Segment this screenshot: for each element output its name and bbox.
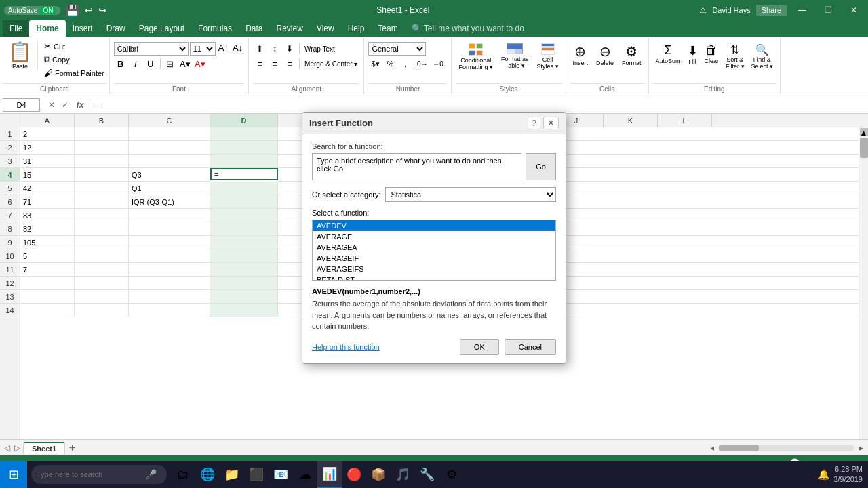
scroll-left-button[interactable]: ◂ [708,443,716,453]
cell-A13[interactable] [20,290,75,304]
cancel-button[interactable]: Cancel [505,339,556,355]
format-painter-button[interactable]: 🖌 Format Painter [42,67,106,79]
cell-A12[interactable] [20,277,75,290]
cell-A8[interactable]: 82 [20,222,75,236]
cell-B6[interactable] [75,195,129,209]
row-num-6[interactable]: 6 [0,195,20,209]
share-button[interactable]: Share [756,5,787,16]
cell-C2[interactable] [129,141,210,155]
scroll-right-button[interactable]: ▸ [857,443,865,453]
tab-view[interactable]: View [310,20,341,37]
tab-formulas[interactable]: Formulas [191,20,239,37]
go-button[interactable]: Go [526,153,556,180]
italic-button[interactable]: I [129,57,142,70]
underline-button[interactable]: U [144,57,157,70]
fill-button[interactable]: ⬇ Fill [685,42,701,83]
cell-C12[interactable] [129,277,210,290]
add-sheet-button[interactable]: + [66,442,78,454]
cell-C10[interactable] [129,249,210,263]
col-header-K[interactable]: K [604,114,658,127]
tab-review[interactable]: Review [269,20,309,37]
notification-icon[interactable]: 🔔 [818,469,829,480]
cell-B12[interactable] [75,277,129,290]
horizontal-scrollbar[interactable] [719,445,854,451]
tab-file[interactable]: File [3,20,29,37]
row-num-14[interactable]: 14 [0,304,20,317]
fill-color-button[interactable]: A▾ [178,57,192,70]
taskbar-mic-icon[interactable]: 🎤 [145,469,157,480]
comma-button[interactable]: , [398,57,412,70]
align-center-button[interactable]: ≡ [268,57,281,70]
autosave-toggle[interactable]: AutoSave ON [4,6,60,15]
row-num-2[interactable]: 2 [0,141,20,155]
font-color-button[interactable]: A▾ [193,57,207,70]
undo-button[interactable]: ↩ [85,5,93,16]
increase-font-button[interactable]: A↑ [217,42,230,56]
scroll-tab-right[interactable]: ▷ [13,443,22,453]
align-left-button[interactable]: ≡ [253,57,267,70]
cell-A10[interactable]: 5 [20,249,75,263]
function-icon[interactable]: fx [73,100,87,110]
cell-B2[interactable] [75,141,129,155]
cell-C14[interactable] [129,304,210,317]
row-num-13[interactable]: 13 [0,290,20,304]
taskbar-app-settings[interactable]: ⚙ [439,461,464,488]
cell-D14[interactable] [210,304,278,317]
sheet-tab-sheet1[interactable]: Sheet1 [23,442,65,454]
cell-D6[interactable] [210,195,278,209]
merge-center-button[interactable]: Merge & Center ▾ [302,60,359,68]
cell-C4[interactable]: Q3 [129,168,210,182]
paste-button[interactable]: 📋 Paste [3,41,38,71]
taskbar-app-edge[interactable]: 🌐 [195,461,220,488]
cell-D3[interactable] [210,155,278,168]
func-item-AVERAGE[interactable]: AVERAGE [313,231,555,242]
category-select[interactable]: Statistical Most Recently Used All Finan… [385,187,557,202]
cell-A4[interactable]: 15 [20,168,75,182]
col-header-C[interactable]: C [129,114,210,127]
minimize-button[interactable]: — [792,0,812,20]
dialog-close-button[interactable]: ✕ [543,117,559,129]
tell-me-input[interactable]: 🔍 Tell me what you want to do [405,20,531,37]
cell-A14[interactable] [20,304,75,317]
tab-help[interactable]: Help [341,20,372,37]
cell-reference-box[interactable] [3,98,40,112]
cell-D5[interactable] [210,182,278,195]
col-header-A[interactable]: A [20,114,75,127]
cell-C13[interactable] [129,290,210,304]
conditional-formatting-button[interactable]: ConditionalFormatting ▾ [456,42,496,83]
tab-insert[interactable]: Insert [66,20,100,37]
taskbar-search-input[interactable] [37,470,145,479]
ok-button[interactable]: OK [460,339,499,355]
tab-data[interactable]: Data [239,20,269,37]
cell-C1[interactable] [129,127,210,141]
decrease-font-button[interactable]: A↓ [231,42,244,56]
cell-D4[interactable]: = [210,168,278,180]
cell-C8[interactable] [129,222,210,236]
row-num-5[interactable]: 5 [0,182,20,195]
sort-filter-button[interactable]: ⇅ Sort &Filter ▾ [723,42,747,83]
cell-D11[interactable] [210,263,278,277]
cell-D10[interactable] [210,249,278,263]
cell-C11[interactable] [129,263,210,277]
cancel-icon[interactable]: ✕ [46,100,57,110]
align-right-button[interactable]: ≡ [283,57,296,70]
col-header-L[interactable]: L [658,114,712,127]
wrap-text-button[interactable]: Wrap Text [302,45,337,54]
row-num-12[interactable]: 12 [0,277,20,290]
close-button[interactable]: ✕ [844,0,864,20]
bold-button[interactable]: B [114,57,127,70]
row-num-8[interactable]: 8 [0,222,20,236]
taskbar-app-onedrive[interactable]: ☁ [293,461,317,488]
cell-A11[interactable]: 7 [20,263,75,277]
select-all-button[interactable] [0,114,20,127]
formula-input[interactable] [93,98,865,112]
scroll-tab-left[interactable]: ◁ [3,443,12,453]
increase-decimal-button[interactable]: .0→ [413,57,429,70]
confirm-icon[interactable]: ✓ [60,100,71,110]
cell-B8[interactable] [75,222,129,236]
cell-D13[interactable] [210,290,278,304]
align-top-button[interactable]: ⬆ [253,42,267,56]
copy-button[interactable]: ⧉ Copy [42,54,106,66]
tab-team[interactable]: Team [371,20,404,37]
row-num-1[interactable]: 1 [0,127,20,141]
